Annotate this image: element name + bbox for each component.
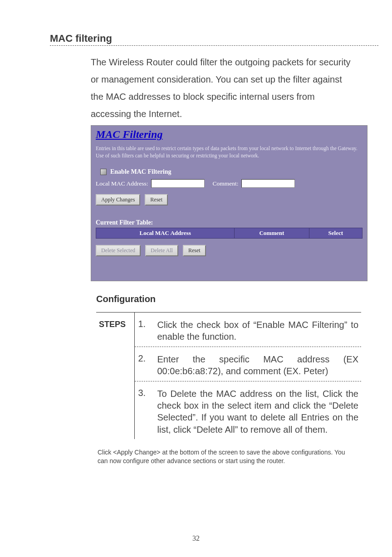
step-number: 1. [138,319,157,343]
enable-mac-filtering-checkbox[interactable] [100,169,107,175]
page-title: MAC filtering [50,33,112,44]
local-mac-address-input[interactable] [151,179,205,188]
step-number: 2. [138,353,157,377]
col-header-comment: Comment [235,228,309,239]
delete-all-button[interactable]: Delete All [145,245,178,256]
mac-filtering-panel: MAC Filtering Entries in this table are … [91,125,368,281]
footnote: Click <Apply Change> at the bottom of th… [98,448,356,465]
apply-changes-button[interactable]: Apply Changes [96,194,140,205]
filter-table: Local MAC Address Comment Select [96,228,363,239]
reset-table-button[interactable]: Reset [183,245,206,256]
panel-description: Entries in this table are used to restri… [96,145,363,159]
steps-header: STEPS [96,313,134,440]
step-number: 3. [138,388,157,436]
reset-button[interactable]: Reset [145,194,168,205]
panel-heading: MAC Filtering [96,128,363,141]
step-row: 3. To Delete the MAC address on the list… [135,381,362,440]
title-divider [50,45,378,46]
col-header-select: Select [309,228,362,239]
comment-input[interactable] [241,179,295,188]
step-text: Enter the specific MAC address (EX 00:0e… [157,353,359,377]
step-text: Click the check box of “Enable MAC Filte… [157,319,359,343]
steps-table: STEPS 1. Click the check box of “Enable … [96,312,361,439]
step-text: To Delete the MAC address on the list, C… [157,388,359,436]
local-mac-address-label: Local MAC Address: [96,180,148,187]
configuration-heading: Configuration [96,294,156,304]
comment-label: Comment: [213,180,239,187]
intro-paragraph: The Wireless Router could filter the out… [91,54,354,122]
step-row: 2. Enter the specific MAC address (EX 00… [135,347,362,381]
step-row: 1. Click the check box of “Enable MAC Fi… [135,313,362,347]
enable-mac-filtering-label: Enable MAC Filtering [110,168,172,176]
delete-selected-button[interactable]: Delete Selected [96,245,141,256]
col-header-mac: Local MAC Address [96,228,235,239]
page-number: 32 [0,534,392,542]
current-filter-table-label: Current Filter Table: [96,219,363,226]
